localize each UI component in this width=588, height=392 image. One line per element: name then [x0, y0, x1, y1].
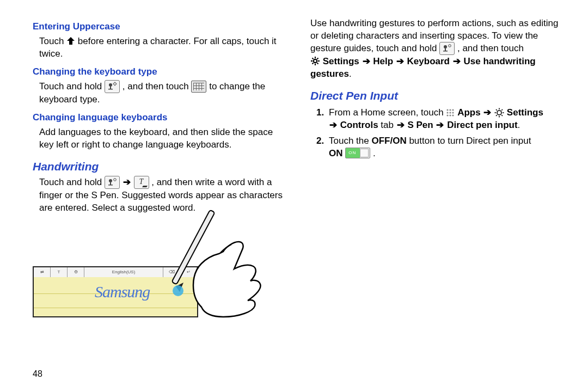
- svg-line-25: [317, 63, 318, 64]
- svg-rect-16: [445, 48, 446, 51]
- on-toggle-icon: [345, 148, 370, 158]
- heading-handwriting: Handwriting: [33, 159, 289, 174]
- svg-point-14: [173, 285, 183, 296]
- svg-point-34: [447, 114, 449, 116]
- svg-point-19: [314, 59, 317, 63]
- hand-with-pen-icon: [169, 209, 278, 318]
- apps-icon: [446, 108, 455, 117]
- svg-line-44: [496, 115, 497, 116]
- para-keyboard-type: Touch and hold , and then touch to chang…: [33, 81, 289, 106]
- heading-direct-pen-input: Direct Pen Input: [310, 88, 566, 103]
- svg-point-32: [450, 112, 451, 113]
- handwriting-sample: Samsung: [95, 283, 150, 301]
- svg-point-31: [447, 112, 449, 113]
- settings-sun-icon: [494, 108, 504, 118]
- svg-line-45: [501, 109, 503, 111]
- toolbar-btn: ⇄: [34, 267, 51, 277]
- svg-point-29: [450, 109, 451, 111]
- toolbar-btn: ⚙: [68, 267, 84, 277]
- right-column: Use handwriting gestures to perform acti…: [310, 16, 566, 381]
- toolbar-lang: English(US): [84, 267, 163, 277]
- svg-line-24: [313, 58, 314, 59]
- keyboard-icon: [191, 81, 206, 93]
- svg-line-42: [496, 109, 497, 111]
- para-uppercase: Touch before entering a character. For a…: [33, 35, 289, 60]
- svg-point-33: [452, 112, 454, 113]
- step-2: Touch the OFF/ON button to turn Direct p…: [327, 135, 566, 160]
- mic-gear-icon: [105, 80, 120, 93]
- svg-point-11: [114, 179, 117, 181]
- svg-line-27: [317, 58, 318, 59]
- svg-point-18: [449, 45, 451, 47]
- svg-point-3: [114, 82, 117, 85]
- handwriting-illustration: ⇄ T ⚙ English(US) ⌫ ↵ Samsung: [33, 231, 267, 329]
- handwriting-mode-icon: [134, 176, 149, 189]
- gear-icon: [310, 56, 320, 66]
- shift-icon: [66, 36, 75, 45]
- para-gestures: Use handwriting gestures to perform acti…: [310, 17, 566, 81]
- svg-point-37: [497, 111, 501, 115]
- mic-gear-icon: [439, 42, 455, 55]
- svg-point-35: [450, 114, 451, 116]
- arrow-icon: ➔: [122, 177, 131, 187]
- toolbar-btn: T: [51, 267, 68, 277]
- svg-point-30: [452, 109, 454, 111]
- svg-line-26: [313, 63, 314, 64]
- svg-point-8: [109, 179, 112, 182]
- svg-rect-1: [110, 87, 111, 89]
- svg-line-43: [501, 115, 503, 116]
- heading-entering-uppercase: Entering Uppercase: [33, 21, 289, 33]
- step-1: From a Home screen, touch Apps ➔ Setting…: [327, 107, 566, 132]
- svg-rect-9: [110, 182, 111, 185]
- svg-point-36: [452, 114, 454, 116]
- svg-rect-10: [108, 185, 113, 186]
- page-number: 48: [33, 368, 42, 380]
- svg-point-28: [447, 109, 449, 111]
- heading-language-keyboards: Changing language keyboards: [33, 112, 289, 124]
- svg-point-0: [109, 83, 112, 87]
- mic-gear-icon: [105, 176, 120, 189]
- svg-rect-17: [443, 51, 448, 52]
- svg-rect-2: [108, 89, 113, 90]
- steps-list: From a Home screen, touch Apps ➔ Setting…: [310, 107, 566, 160]
- para-language-keyboards: Add languages to the keyboard, and then …: [33, 126, 289, 151]
- heading-keyboard-type: Changing the keyboard type: [33, 66, 289, 78]
- left-column: Entering Uppercase Touch before entering…: [33, 16, 289, 381]
- svg-point-15: [444, 45, 447, 48]
